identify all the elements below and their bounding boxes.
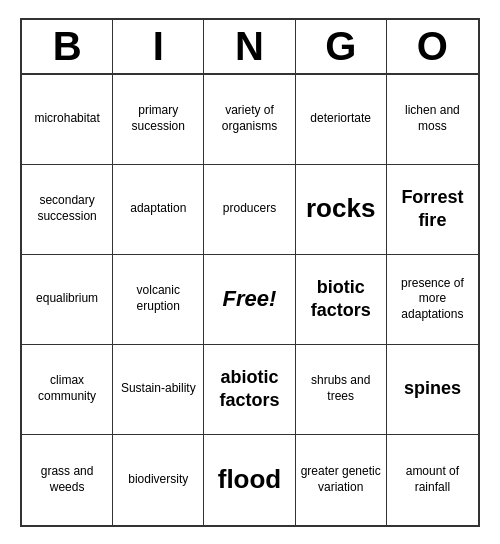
cell-text: adaptation [130,201,186,217]
cell-text: Free! [223,285,277,314]
cell-text: presence of more adaptations [391,276,474,323]
cell-text: spines [404,377,461,400]
bingo-cell: variety of organisms [204,75,295,165]
cell-text: lichen and moss [391,103,474,134]
cell-text: deteriortate [310,111,371,127]
bingo-cell: shrubs and trees [296,345,387,435]
bingo-cell: climax community [22,345,113,435]
bingo-cell: grass and weeds [22,435,113,525]
bingo-cell: presence of more adaptations [387,255,478,345]
cell-text: volcanic eruption [117,283,199,314]
bingo-header: BINGO [22,20,478,75]
cell-text: variety of organisms [208,103,290,134]
bingo-header-letter: I [113,20,204,73]
bingo-cell: biotic factors [296,255,387,345]
cell-text: grass and weeds [26,464,108,495]
cell-text: biodiversity [128,472,188,488]
bingo-cell: secondary succession [22,165,113,255]
cell-text: secondary succession [26,193,108,224]
bingo-cell: Forrest fire [387,165,478,255]
cell-text: producers [223,201,276,217]
bingo-cell: Free! [204,255,295,345]
cell-text: primary sucession [117,103,199,134]
bingo-cell: flood [204,435,295,525]
bingo-cell: Sustain-ability [113,345,204,435]
cell-text: abiotic factors [208,366,290,413]
bingo-grid: microhabitatprimary sucessionvariety of … [22,75,478,525]
cell-text: Sustain-ability [121,381,196,397]
bingo-card: BINGO microhabitatprimary sucessionvarie… [20,18,480,527]
bingo-cell: primary sucession [113,75,204,165]
bingo-cell: abiotic factors [204,345,295,435]
cell-text: biotic factors [300,276,382,323]
bingo-cell: microhabitat [22,75,113,165]
bingo-cell: lichen and moss [387,75,478,165]
bingo-header-letter: G [296,20,387,73]
cell-text: Forrest fire [391,186,474,233]
bingo-header-letter: O [387,20,478,73]
cell-text: flood [218,463,282,497]
cell-text: climax community [26,373,108,404]
bingo-cell: amount of rainfall [387,435,478,525]
cell-text: microhabitat [34,111,99,127]
bingo-cell: spines [387,345,478,435]
cell-text: rocks [306,192,375,226]
cell-text: greater genetic variation [300,464,382,495]
bingo-header-letter: B [22,20,113,73]
bingo-cell: producers [204,165,295,255]
bingo-cell: biodiversity [113,435,204,525]
bingo-cell: greater genetic variation [296,435,387,525]
bingo-cell: equalibrium [22,255,113,345]
bingo-cell: volcanic eruption [113,255,204,345]
cell-text: amount of rainfall [391,464,474,495]
cell-text: equalibrium [36,291,98,307]
bingo-cell: rocks [296,165,387,255]
bingo-header-letter: N [204,20,295,73]
bingo-cell: deteriortate [296,75,387,165]
cell-text: shrubs and trees [300,373,382,404]
bingo-cell: adaptation [113,165,204,255]
